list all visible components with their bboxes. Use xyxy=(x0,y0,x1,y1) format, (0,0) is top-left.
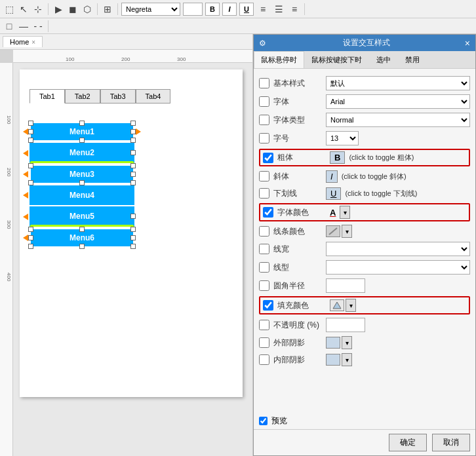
border-icon[interactable]: □ xyxy=(3,20,16,33)
italic-check[interactable] xyxy=(259,171,269,181)
handle-bl-1[interactable] xyxy=(28,138,33,143)
home-tab[interactable]: Home × xyxy=(3,36,43,47)
handle-tl-3[interactable] xyxy=(28,163,33,168)
underline-toggle-button[interactable]: U xyxy=(326,187,341,200)
line-style-icon[interactable]: — xyxy=(17,20,30,33)
font-family-select[interactable]: Negreta xyxy=(121,3,180,16)
handle-lm-6[interactable] xyxy=(28,235,33,240)
ok-button[interactable]: 确定 xyxy=(389,434,427,451)
font-check[interactable] xyxy=(259,96,269,107)
handle-tr-3[interactable] xyxy=(130,163,136,168)
italic-button[interactable]: I xyxy=(222,3,237,16)
corner-check[interactable] xyxy=(259,280,269,291)
handle-tl-1[interactable] xyxy=(28,121,33,126)
widget-tab-2[interactable]: Tab2 xyxy=(65,89,100,104)
handle-rm-6[interactable] xyxy=(130,235,136,240)
tool2-icon[interactable]: ↖ xyxy=(17,3,30,16)
tool3-icon[interactable]: ⊹ xyxy=(31,3,45,16)
font-type-select[interactable]: Normal xyxy=(326,113,470,127)
line-type-select[interactable] xyxy=(326,260,470,275)
widget-tab-4[interactable]: Tab4 xyxy=(136,89,171,104)
underline-check[interactable] xyxy=(259,188,269,199)
font-value: Arial xyxy=(326,94,470,109)
outer-shadow-dropdown[interactable]: ▾ xyxy=(342,336,352,349)
home-tab-close[interactable]: × xyxy=(31,39,35,46)
corner-input[interactable]: 0 xyxy=(326,278,365,293)
handle-br-3[interactable] xyxy=(130,180,136,185)
menu-item-5[interactable]: Menu5 xyxy=(30,206,134,227)
dialog-tab-2[interactable]: 选中 xyxy=(369,51,398,68)
menu-item-3[interactable]: Menu3 xyxy=(30,164,134,184)
opacity-check[interactable] xyxy=(259,320,269,330)
inner-shadow-dropdown[interactable]: ▾ xyxy=(342,353,352,366)
handle-rm-2[interactable] xyxy=(130,150,136,155)
dash-icon[interactable]: - - xyxy=(31,20,45,33)
base-style-select[interactable]: 默认 xyxy=(326,76,470,90)
menu-item-1[interactable]: Menu1 xyxy=(30,122,134,142)
dialog-tab-0[interactable]: 鼠标悬停时 xyxy=(254,51,304,68)
dialog-close-button[interactable]: × xyxy=(465,38,470,48)
line-color-dropdown[interactable]: ▾ xyxy=(342,225,352,238)
inner-shadow-check[interactable] xyxy=(259,354,269,365)
dialog-tab-1[interactable]: 鼠标按键按下时 xyxy=(304,51,369,68)
widget-tab-3[interactable]: Tab3 xyxy=(100,89,136,104)
handle-bl-3[interactable] xyxy=(28,180,33,185)
outer-shadow-check[interactable] xyxy=(259,337,269,348)
font-select[interactable]: Arial xyxy=(326,94,470,109)
handle-tm-1[interactable] xyxy=(79,121,85,126)
handle-tl-6[interactable] xyxy=(28,227,33,232)
preview-check[interactable] xyxy=(259,417,268,425)
handle-rm-5[interactable] xyxy=(130,214,136,219)
line-color-swatch[interactable] xyxy=(326,225,340,237)
preview-icon[interactable]: ⬡ xyxy=(81,3,94,16)
fill-color-check[interactable] xyxy=(263,300,273,311)
grid-icon[interactable]: ⊞ xyxy=(101,3,114,16)
handle-bm-6[interactable] xyxy=(79,244,85,249)
handle-bm-1[interactable] xyxy=(79,138,85,143)
menu-item-2[interactable]: Menu2 xyxy=(30,143,134,163)
font-type-value: Normal xyxy=(326,113,470,127)
line-width-select[interactable] xyxy=(326,242,470,256)
select-tool-icon[interactable]: ⬚ xyxy=(3,3,16,16)
play-icon[interactable]: ▶ xyxy=(52,3,65,16)
handle-bl-6[interactable] xyxy=(28,244,33,249)
bold-check[interactable] xyxy=(263,153,273,163)
menu-item-4[interactable]: Menu4 xyxy=(30,185,134,205)
handle-bm-3[interactable] xyxy=(79,180,85,185)
cancel-button[interactable]: 取消 xyxy=(432,434,470,451)
font-color-dropdown[interactable]: ▾ xyxy=(340,206,350,219)
outer-shadow-swatch[interactable] xyxy=(326,337,340,349)
handle-lm-1[interactable] xyxy=(28,129,33,134)
stop-icon[interactable]: ◼ xyxy=(66,3,79,16)
handle-tr-1[interactable] xyxy=(130,121,136,126)
bold-button[interactable]: B xyxy=(205,3,220,16)
align-left-icon[interactable]: ≡ xyxy=(256,3,269,16)
handle-tm-6[interactable] xyxy=(79,227,85,232)
line-color-check[interactable] xyxy=(259,226,269,237)
handle-rm-3[interactable] xyxy=(130,172,136,177)
font-type-check[interactable] xyxy=(259,115,269,125)
opacity-input[interactable]: 100 xyxy=(326,318,365,332)
handle-br-1[interactable] xyxy=(130,138,136,143)
base-style-check[interactable] xyxy=(259,78,269,88)
fill-color-swatch[interactable] xyxy=(330,299,344,311)
italic-toggle-button[interactable]: I xyxy=(326,170,338,183)
align-right-icon[interactable]: ≡ xyxy=(288,3,301,16)
menu-item-6[interactable]: Menu6 xyxy=(30,228,134,248)
fill-color-dropdown[interactable]: ▾ xyxy=(346,299,356,312)
font-size-check[interactable] xyxy=(259,133,269,143)
line-type-check[interactable] xyxy=(259,262,269,273)
handle-br-6[interactable] xyxy=(130,244,136,249)
font-size-input[interactable]: 13 xyxy=(183,3,203,16)
font-color-check[interactable] xyxy=(263,207,273,218)
handle-rm-1[interactable] xyxy=(130,129,136,134)
widget-tab-1[interactable]: Tab1 xyxy=(30,89,65,104)
line-width-check[interactable] xyxy=(259,244,269,254)
font-size-select[interactable]: 13 xyxy=(326,131,359,145)
inner-shadow-swatch[interactable] xyxy=(326,354,340,366)
bold-toggle-button[interactable]: B xyxy=(330,151,345,164)
underline-button[interactable]: U xyxy=(239,3,254,16)
dialog-tab-3[interactable]: 禁用 xyxy=(398,51,427,68)
handle-tr-6[interactable] xyxy=(130,227,136,232)
align-center-icon[interactable]: ☰ xyxy=(272,3,285,16)
